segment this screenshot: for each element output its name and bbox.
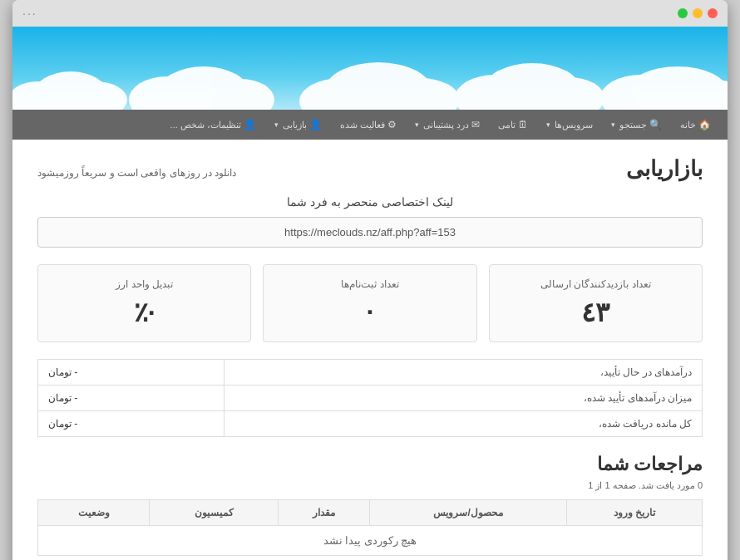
navbar: 🏠 خانه 🔍 جستجو ▾ سرویس‌ها ▾ 🗓 تامی ✉ درد… [12,110,728,140]
nav-search[interactable]: 🔍 جستجو ▾ [603,114,670,135]
stat-label-registrations: تعداد ثبت‌نام‌ها [272,278,467,290]
sky-header [12,27,728,110]
records-info: 0 مورد یافت شد. صفحه 1 از 1 [37,480,703,491]
calendar-icon: 🗓 [518,119,528,130]
title-bar: ··· [12,0,728,27]
user-icon: 👤 [309,119,322,130]
no-records-text: هیچ رکوردی پیدا نشد [38,526,703,556]
stat-box-registrations: تعداد ثبت‌نام‌ها · [263,264,476,342]
search-icon: 🔍 [649,119,662,130]
income-label-1: میزان درآمدهای تأیید شده، [224,386,702,411]
col-date: تاریخ ورود [567,500,703,526]
main-window: ··· [12,0,728,560]
stat-value-registrations: · [272,297,467,327]
page-title-row: بازاریابی دانلود در روزهای واقعی است و س… [37,156,703,182]
stat-box-visitors: تعداد بازدیدکنندگان ارسالی ٤٣ [489,264,703,342]
income-label-0: درآمدهای در حال تأیید، [224,360,702,386]
col-product: محصول/سرویس [369,500,567,526]
income-row-1: میزان درآمدهای تأیید شده، - تومان [38,386,703,411]
maximize-button[interactable] [678,8,688,18]
link-section-title: لینک اختصاصی منحصر به فرد شما [37,195,703,209]
page-title: بازاریابی [626,156,703,182]
close-button[interactable] [708,8,718,18]
income-row-0: درآمدهای در حال تأیید، - تومان [38,360,703,386]
nav-home[interactable]: 🏠 خانه [672,114,719,135]
mail-icon: ✉ [471,119,480,130]
table-header-row: تاریخ ورود محصول/سرویس مقدار کمیسیون وضع… [38,500,703,526]
affiliate-link-text: https://meclouds.nz/aff.php?aff=153 [284,226,456,238]
nav-activity[interactable]: ⚙ فعالیت شده [332,114,405,135]
gear-icon: ⚙ [387,119,397,130]
stat-box-conversion: تبدیل واحد ارز ·٪ [37,264,251,342]
income-table: درآمدهای در حال تأیید، - تومان میزان درآ… [37,359,703,437]
page-subtitle: دانلود در روزهای واقعی است و سریعاً روزم… [37,167,236,179]
nav-settings[interactable]: 👤 تنظیمات، شخص ... [162,114,264,135]
col-amount: مقدار [279,500,369,526]
income-value-2: - تومان [38,411,224,437]
nav-recovery[interactable]: 👤 بازیابی ▾ [266,114,330,135]
stat-label-conversion: تبدیل واحد ارز [47,278,242,290]
income-row-2: کل مانده دریافت شده، - تومان [38,411,703,437]
income-label-2: کل مانده دریافت شده، [224,411,702,437]
referrals-table: تاریخ ورود محصول/سرویس مقدار کمیسیون وضع… [37,499,703,556]
nav-services[interactable]: سرویس‌ها ▾ [538,115,601,135]
affiliate-link-box[interactable]: https://meclouds.nz/aff.php?aff=153 [37,217,703,248]
home-icon: 🏠 [698,119,711,130]
settings-icon: 👤 [244,119,256,130]
stat-value-conversion: ·٪ [47,297,242,328]
stat-value-visitors: ٤٣ [498,297,693,328]
referrals-section-title: مراجعات شما [37,454,703,475]
income-value-1: - تومان [38,386,224,411]
main-content: بازاریابی دانلود در روزهای واقعی است و س… [12,140,728,560]
nav-support[interactable]: ✉ درد پشتیبانی ▾ [407,114,488,135]
nav-calendar[interactable]: 🗓 تامی [490,114,536,135]
col-commission: کمیسیون [150,500,279,526]
col-status: وضعیت [38,500,150,526]
stat-label-visitors: تعداد بازدیدکنندگان ارسالی [498,278,693,290]
stats-row: تعداد بازدیدکنندگان ارسالی ٤٣ تعداد ثبت‌… [37,264,703,342]
income-value-0: - تومان [38,360,224,386]
title-bar-dots: ··· [22,7,37,20]
no-records-row: هیچ رکوردی پیدا نشد [38,526,703,556]
minimize-button[interactable] [693,8,703,18]
